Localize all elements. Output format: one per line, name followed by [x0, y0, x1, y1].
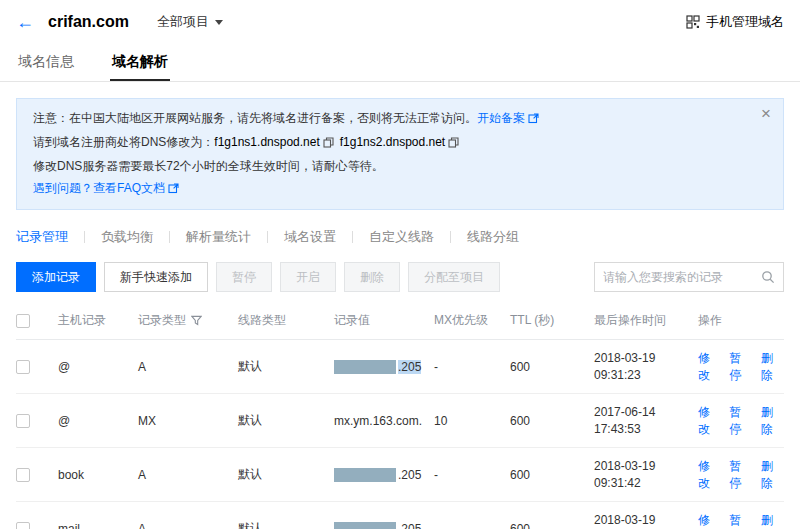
faq-question-text: 遇到问题？ — [33, 181, 93, 195]
record-value-suffix: .205 — [398, 468, 421, 482]
row-checkbox[interactable] — [16, 360, 30, 374]
col-ops: 操作 — [698, 312, 784, 329]
qr-code-icon — [686, 15, 700, 29]
row-checkbox[interactable] — [16, 522, 30, 529]
record-updated-date: 2018-03-19 — [594, 512, 698, 529]
pause-link[interactable]: 暂停 — [729, 512, 752, 529]
record-mx: 10 — [434, 414, 510, 428]
select-all-checkbox[interactable] — [16, 314, 30, 328]
domain-title: crifan.com — [48, 13, 129, 31]
record-updated: 2018-03-19 09:31:42 — [594, 458, 698, 492]
record-updated: 2017-06-14 17:43:53 — [594, 404, 698, 438]
delete-link[interactable]: 删除 — [761, 458, 784, 492]
record-ttl: 600 — [510, 468, 594, 482]
record-line: 默认 — [238, 412, 334, 429]
notice-line-dns: 请到域名注册商处将DNS修改为：f1g1ns1.dnspod.net f1g1n… — [33, 131, 743, 155]
chevron-down-icon — [215, 20, 223, 25]
delete-button[interactable]: 删除 — [344, 262, 400, 292]
notice-line-ttl: 修改DNS服务器需要最长72个小时的全球生效时间，请耐心等待。 — [33, 155, 743, 177]
record-updated-date: 2018-03-19 — [594, 458, 698, 475]
enable-button[interactable]: 开启 — [280, 262, 336, 292]
record-type: A — [138, 522, 238, 529]
record-mx: - — [434, 360, 510, 374]
col-type-label: 记录类型 — [138, 312, 186, 329]
assign-project-button[interactable]: 分配至项目 — [408, 262, 500, 292]
notice-line-faq: 遇到问题？查看FAQ文档 — [33, 177, 743, 201]
pause-link[interactable]: 暂停 — [729, 404, 752, 438]
record-mx: - — [434, 468, 510, 482]
filter-icon[interactable] — [191, 315, 202, 326]
close-icon[interactable]: × — [761, 105, 771, 122]
faq-doc-link[interactable]: 查看FAQ文档 — [93, 181, 165, 195]
pause-link[interactable]: 暂停 — [729, 350, 752, 384]
table-row: @ MX 默认 mx.ym.163.com. 10 600 2017-06-14… — [16, 394, 784, 448]
edit-link[interactable]: 修改 — [698, 512, 721, 529]
record-line: 默认 — [238, 358, 334, 375]
record-updated-time: 17:43:53 — [594, 421, 698, 438]
table-row: mail A 默认 .205 - 600 2018-03-19 09:31:49… — [16, 502, 784, 529]
section-tab-stats[interactable]: 解析量统计 — [170, 228, 267, 246]
col-type: 记录类型 — [138, 312, 238, 329]
project-selector[interactable]: 全部项目 — [157, 13, 223, 31]
search-icon[interactable] — [761, 270, 775, 284]
record-updated: 2018-03-19 09:31:23 — [594, 350, 698, 384]
delete-link[interactable]: 删除 — [761, 512, 784, 529]
section-tab-records[interactable]: 记录管理 — [16, 228, 84, 246]
notice-banner: 注意：在中国大陆地区开展网站服务，请先将域名进行备案，否则将无法正常访问。开始备… — [16, 98, 784, 210]
copy-icon[interactable] — [448, 133, 459, 155]
record-host: book — [58, 468, 138, 482]
record-line: 默认 — [238, 520, 334, 529]
col-time: 最后操作时间 — [594, 312, 698, 329]
record-ttl: 600 — [510, 414, 594, 428]
record-line: 默认 — [238, 466, 334, 483]
edit-link[interactable]: 修改 — [698, 350, 721, 384]
section-tab-domain-settings[interactable]: 域名设置 — [268, 228, 352, 246]
record-type: A — [138, 360, 238, 374]
tab-dns-resolution[interactable]: 域名解析 — [110, 44, 170, 81]
record-value: .205 — [334, 360, 434, 374]
search-input[interactable] — [603, 270, 761, 284]
row-checkbox[interactable] — [16, 414, 30, 428]
record-type: MX — [138, 414, 238, 428]
external-link-icon — [528, 109, 539, 131]
pause-link[interactable]: 暂停 — [729, 458, 752, 492]
toolbar: 添加记录 新手快速添加 暂停 开启 删除 分配至项目 — [0, 262, 800, 292]
section-tab-line-groups[interactable]: 线路分组 — [451, 228, 535, 246]
col-mx: MX优先级 — [434, 312, 510, 329]
record-ttl: 600 — [510, 522, 594, 529]
section-tab-custom-lines[interactable]: 自定义线路 — [353, 228, 450, 246]
tab-domain-info[interactable]: 域名信息 — [16, 44, 76, 81]
record-mx: - — [434, 522, 510, 529]
record-updated: 2018-03-19 09:31:49 — [594, 512, 698, 529]
section-tab-load-balance[interactable]: 负载均衡 — [85, 228, 169, 246]
copy-icon[interactable] — [323, 133, 334, 155]
record-value-suffix: .205 — [398, 522, 421, 529]
top-bar: ← crifan.com 全部项目 手机管理域名 — [0, 0, 800, 44]
record-updated-date: 2017-06-14 — [594, 404, 698, 421]
project-selector-label: 全部项目 — [157, 13, 209, 31]
back-icon[interactable]: ← — [16, 13, 34, 31]
table-row: book A 默认 .205 - 600 2018-03-19 09:31:42… — [16, 448, 784, 502]
edit-link[interactable]: 修改 — [698, 458, 721, 492]
mobile-manage-link[interactable]: 手机管理域名 — [686, 13, 784, 31]
col-host: 主机记录 — [58, 312, 138, 329]
record-updated-time: 09:31:23 — [594, 367, 698, 384]
record-value: .205 — [334, 468, 434, 482]
redacted-value-block — [334, 360, 396, 374]
records-table: 主机记录 记录类型 线路类型 记录值 MX优先级 TTL (秒) 最后操作时间 … — [16, 302, 784, 529]
record-host: mail — [58, 522, 138, 529]
record-updated-time: 09:31:42 — [594, 475, 698, 492]
record-type: A — [138, 468, 238, 482]
record-value: .205 — [334, 522, 434, 529]
section-tabs: 记录管理 负载均衡 解析量统计 域名设置 自定义线路 线路分组 — [0, 228, 800, 246]
col-line: 线路类型 — [238, 312, 334, 329]
dns-server-1: f1g1ns1.dnspod.net — [214, 135, 319, 149]
edit-link[interactable]: 修改 — [698, 404, 721, 438]
delete-link[interactable]: 删除 — [761, 350, 784, 384]
start-beian-link[interactable]: 开始备案 — [477, 111, 525, 125]
add-record-button[interactable]: 添加记录 — [16, 262, 96, 292]
row-checkbox[interactable] — [16, 468, 30, 482]
pause-button[interactable]: 暂停 — [216, 262, 272, 292]
delete-link[interactable]: 删除 — [761, 404, 784, 438]
quick-add-button[interactable]: 新手快速添加 — [104, 262, 208, 292]
